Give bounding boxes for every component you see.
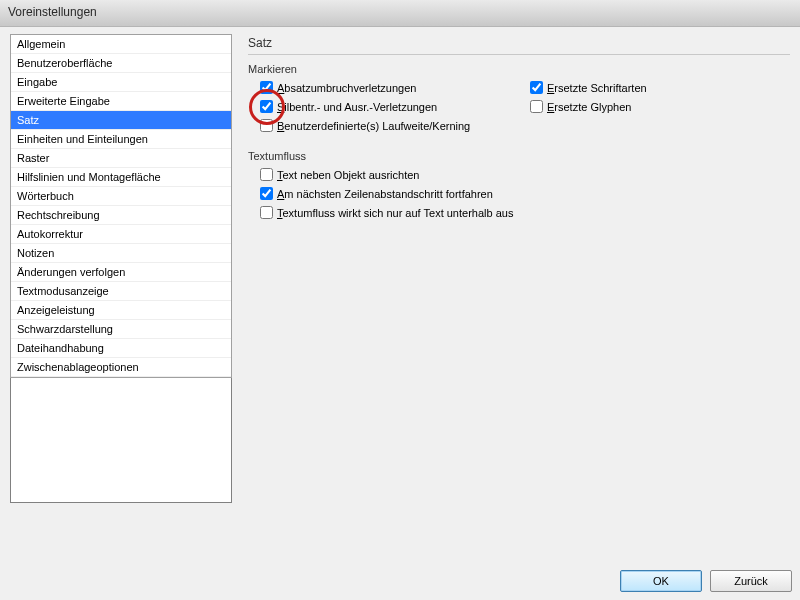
sidebar-item[interactable]: Wörterbuch (11, 187, 231, 206)
sidebar-item[interactable]: Rechtschreibung (11, 206, 231, 225)
sidebar-item[interactable]: Einheiten und Einteilungen (11, 130, 231, 149)
sidebar-item[interactable]: Textmodusanzeige (11, 282, 231, 301)
checkbox[interactable] (260, 206, 273, 219)
back-button[interactable]: Zurück (710, 570, 792, 592)
category-list[interactable]: AllgemeinBenutzeroberflächeEingabeErweit… (10, 34, 232, 378)
category-description-box (10, 378, 232, 503)
settings-panel: Satz Markieren Absatzumbruchverletzungen… (232, 34, 790, 562)
sidebar-item[interactable]: Hilfslinien und Montagefläche (11, 168, 231, 187)
checkbox-label: Ersetzte Schriftarten (547, 82, 647, 94)
group-title-textumfluss: Textumfluss (248, 150, 790, 162)
group-textumfluss-options: Text neben Objekt ausrichtenAm nächsten … (248, 168, 790, 219)
window-titlebar: Voreinstellungen (0, 0, 800, 27)
panel-title: Satz (248, 36, 790, 54)
checkbox-label: Ersetzte Glyphen (547, 101, 631, 113)
option-mark-2[interactable]: Silbentr.- und Ausr.-Verletzungen (260, 100, 520, 113)
checkbox[interactable] (260, 81, 273, 94)
checkbox[interactable] (260, 168, 273, 181)
option-wrap-2[interactable]: Textumfluss wirkt sich nur auf Text unte… (260, 206, 790, 219)
sidebar-item[interactable]: Dateihandhabung (11, 339, 231, 358)
sidebar-item[interactable]: Schwarzdarstellung (11, 320, 231, 339)
ok-button[interactable]: OK (620, 570, 702, 592)
checkbox[interactable] (530, 100, 543, 113)
sidebar-item[interactable]: Änderungen verfolgen (11, 263, 231, 282)
group-title-markieren: Markieren (248, 63, 790, 75)
checkbox[interactable] (530, 81, 543, 94)
sidebar-item[interactable]: Satz (11, 111, 231, 130)
sidebar: AllgemeinBenutzeroberflächeEingabeErweit… (10, 34, 232, 562)
checkbox-label: Am nächsten Zeilenabstandschritt fortfah… (277, 188, 493, 200)
sidebar-item[interactable]: Raster (11, 149, 231, 168)
dialog-footer: OK Zurück (0, 562, 800, 600)
option-wrap-0[interactable]: Text neben Objekt ausrichten (260, 168, 790, 181)
sidebar-item[interactable]: Notizen (11, 244, 231, 263)
option-mark-3[interactable]: Ersetzte Glyphen (530, 100, 730, 113)
sidebar-item[interactable]: Erweiterte Eingabe (11, 92, 231, 111)
checkbox-label: Silbentr.- und Ausr.-Verletzungen (277, 101, 437, 113)
checkbox-label: Text neben Objekt ausrichten (277, 169, 419, 181)
window-body: AllgemeinBenutzeroberflächeEingabeErweit… (0, 26, 800, 562)
checkbox-label: Absatzumbruchverletzungen (277, 82, 416, 94)
option-mark-0[interactable]: Absatzumbruchverletzungen (260, 81, 520, 94)
option-mark-1[interactable]: Ersetzte Schriftarten (530, 81, 730, 94)
group-markieren-options: AbsatzumbruchverletzungenErsetzte Schrif… (248, 81, 790, 132)
sidebar-item[interactable]: Allgemein (11, 35, 231, 54)
checkbox-label: Textumfluss wirkt sich nur auf Text unte… (277, 207, 513, 219)
sidebar-item[interactable]: Eingabe (11, 73, 231, 92)
panel-separator (248, 54, 790, 55)
sidebar-item[interactable]: Benutzeroberfläche (11, 54, 231, 73)
sidebar-item[interactable]: Anzeigeleistung (11, 301, 231, 320)
checkbox-label: Benutzerdefinierte(s) Laufweite/Kerning (277, 120, 470, 132)
sidebar-item[interactable]: Zwischenablageoptionen (11, 358, 231, 377)
option-wrap-1[interactable]: Am nächsten Zeilenabstandschritt fortfah… (260, 187, 790, 200)
option-mark-4[interactable]: Benutzerdefinierte(s) Laufweite/Kerning (260, 119, 730, 132)
checkbox[interactable] (260, 119, 273, 132)
checkbox[interactable] (260, 187, 273, 200)
window-title: Voreinstellungen (8, 5, 97, 19)
preferences-window: Voreinstellungen AllgemeinBenutzeroberfl… (0, 0, 800, 600)
checkbox[interactable] (260, 100, 273, 113)
sidebar-item[interactable]: Autokorrektur (11, 225, 231, 244)
